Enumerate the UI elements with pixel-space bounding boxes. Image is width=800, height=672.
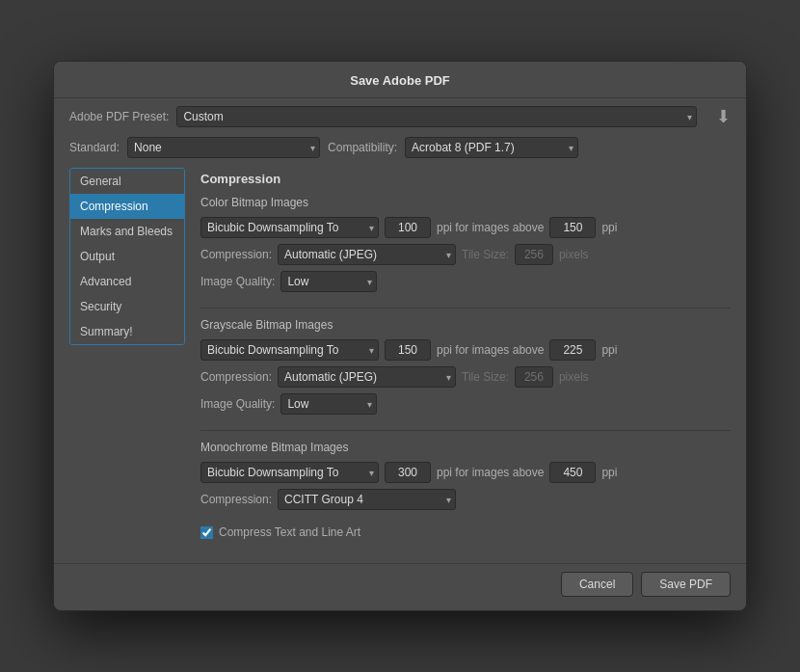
dialog-title-bar: Save Adobe PDF [54,62,746,98]
color-quality-select[interactable]: Low [280,271,377,292]
standard-row: Standard: None Compatibility: Acrobat 8 … [54,133,746,166]
gray-ppi-above-input[interactable] [549,339,596,361]
compat-label: Compatibility: [328,141,397,154]
footer: Cancel Save PDF [54,563,746,610]
gray-quality-select[interactable]: Low [280,393,377,415]
color-tile-input [515,244,553,265]
gray-compression-wrapper: Automatic (JPEG) [278,366,456,388]
sidebar-item-security[interactable]: Security [70,294,184,319]
gray-quality-wrapper: Low [280,393,377,415]
standard-label: Standard: [69,141,120,154]
mono-bitmap-title: Monochrome Bitmap Images [200,441,731,454]
color-downsampling-row: Bicubic Downsampling To ppi for images a… [200,217,731,238]
mono-ppi-input[interactable] [385,462,431,483]
content-panel: Compression Color Bitmap Images Bicubic … [185,166,731,551]
section-title: Compression [200,170,731,186]
gray-ppi-input[interactable] [385,339,431,361]
sidebar-item-general[interactable]: General [70,169,184,194]
sidebar-item-advanced[interactable]: Advanced [70,269,184,294]
gray-tile-label: Tile Size: [462,370,509,384]
standard-select-wrapper: None [127,137,320,158]
gray-quality-label: Image Quality: [200,397,275,411]
sidebar-item-summary[interactable]: Summary! [70,319,184,344]
gray-downsampling-wrapper: Bicubic Downsampling To [200,339,379,361]
gray-tile-input [515,366,553,388]
gray-compression-label: Compression: [200,370,272,384]
sidebar-item-output[interactable]: Output [70,244,184,269]
mono-compression-wrapper: CCITT Group 4 [278,489,456,510]
standard-select[interactable]: None [127,137,320,158]
color-tile-unit: pixels [559,248,589,261]
preset-select-wrapper: Custom [176,106,697,127]
gray-compression-row: Compression: Automatic (JPEG) Tile Size:… [200,366,731,388]
color-bitmap-section: Color Bitmap Images Bicubic Downsampling… [200,196,731,292]
compress-text-row: Compress Text and Line Art [200,525,731,539]
gray-ppi-above-label: ppi for images above [437,343,544,357]
compat-select[interactable]: Acrobat 8 (PDF 1.7) [405,137,578,158]
compress-text-label: Compress Text and Line Art [219,525,360,539]
color-compression-wrapper: Automatic (JPEG) [278,244,456,265]
color-downsampling-select[interactable]: Bicubic Downsampling To [200,217,379,238]
mono-downsampling-row: Bicubic Downsampling To ppi for images a… [200,462,731,483]
color-ppi-unit: ppi [601,221,617,234]
mono-compression-select[interactable]: CCITT Group 4 [278,489,456,510]
color-quality-wrapper: Low [280,271,377,292]
gray-quality-row: Image Quality: Low [200,393,731,415]
color-compression-label: Compression: [200,248,272,261]
gray-ppi-unit: ppi [601,343,617,357]
color-quality-row: Image Quality: Low [200,271,731,292]
preset-row: Adobe PDF Preset: Custom ⬇ [54,98,746,133]
color-compression-row: Compression: Automatic (JPEG) Tile Size:… [200,244,731,265]
gray-downsampling-select[interactable]: Bicubic Downsampling To [200,339,379,361]
color-tile-label: Tile Size: [462,248,509,261]
gray-tile-unit: pixels [559,370,589,384]
cancel-button[interactable]: Cancel [561,572,633,597]
color-compression-select[interactable]: Automatic (JPEG) [278,244,456,265]
color-bitmap-title: Color Bitmap Images [200,196,731,209]
save-pdf-dialog: Save Adobe PDF Adobe PDF Preset: Custom … [53,61,747,611]
mono-ppi-above-input[interactable] [549,462,596,483]
sidebar: General Compression Marks and Bleeds Out… [69,168,185,345]
grayscale-bitmap-title: Grayscale Bitmap Images [200,318,731,332]
color-ppi-input[interactable] [385,217,431,238]
gray-downsampling-row: Bicubic Downsampling To ppi for images a… [200,339,731,361]
color-quality-label: Image Quality: [200,275,275,288]
compat-select-wrapper: Acrobat 8 (PDF 1.7) [405,137,578,158]
dialog-title: Save Adobe PDF [350,73,450,88]
mono-bitmap-section: Monochrome Bitmap Images Bicubic Downsam… [200,441,731,510]
download-icon[interactable]: ⬇ [716,106,731,127]
preset-select[interactable]: Custom [176,106,697,127]
save-pdf-button[interactable]: Save PDF [641,572,731,597]
grayscale-bitmap-section: Grayscale Bitmap Images Bicubic Downsamp… [200,318,731,415]
main-content: General Compression Marks and Bleeds Out… [54,166,746,563]
color-ppi-above-label: ppi for images above [437,221,544,234]
color-ppi-above-input[interactable] [549,217,596,238]
gray-compression-select[interactable]: Automatic (JPEG) [278,366,456,388]
mono-downsampling-wrapper: Bicubic Downsampling To [200,462,379,483]
divider-2 [200,430,731,431]
mono-compression-row: Compression: CCITT Group 4 [200,489,731,510]
mono-ppi-unit: ppi [601,466,617,479]
divider-1 [200,308,731,309]
mono-downsampling-select[interactable]: Bicubic Downsampling To [200,462,379,483]
sidebar-item-marks[interactable]: Marks and Bleeds [70,219,184,244]
preset-label: Adobe PDF Preset: [69,110,169,123]
color-downsampling-wrapper: Bicubic Downsampling To [200,217,379,238]
mono-compression-label: Compression: [200,493,272,506]
mono-ppi-above-label: ppi for images above [437,466,544,479]
compress-text-checkbox[interactable] [200,526,213,539]
sidebar-item-compression[interactable]: Compression [70,194,184,219]
